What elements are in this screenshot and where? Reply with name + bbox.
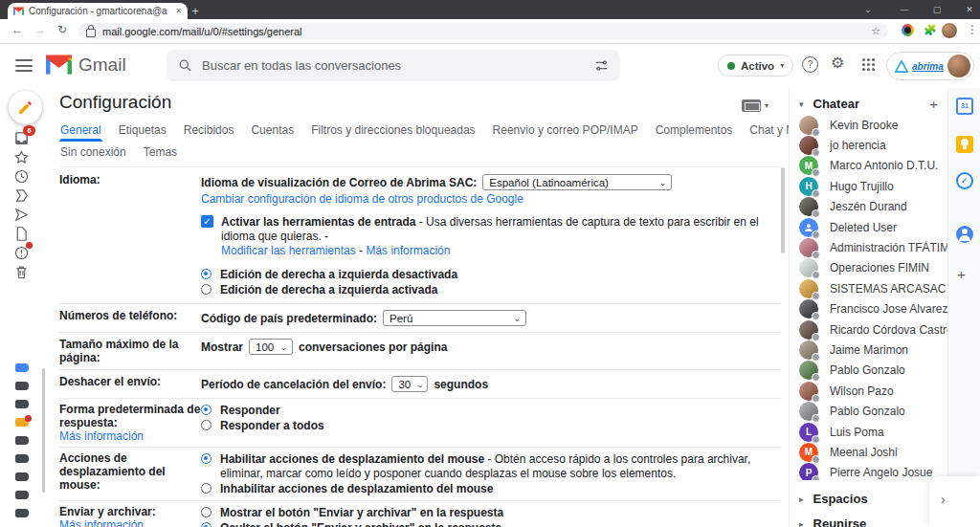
sent-icon[interactable]: [13, 207, 30, 223]
tab-search-icon[interactable]: ⌄: [856, 2, 880, 17]
chat-contact-jaime-marimon[interactable]: Jaime Marimon: [790, 340, 948, 360]
contacts-icon[interactable]: [956, 226, 973, 243]
extensions-puzzle-icon[interactable]: 🧩: [924, 24, 937, 36]
chat-contact-wilson-pazo[interactable]: Wilson Pazo: [790, 381, 948, 401]
chat-contact-luis-poma[interactable]: LLuis Poma: [790, 422, 948, 442]
extension-colorwheel-icon[interactable]: [902, 24, 914, 36]
important-icon[interactable]: [13, 187, 30, 204]
forward-icon[interactable]: →: [34, 23, 46, 36]
reload-icon[interactable]: ↻: [57, 23, 67, 36]
chat-contact-pierre-angelo-josue[interactable]: PPierre Angelo Josue: [790, 463, 948, 480]
edit-tools-link[interactable]: Modificar las herramientas: [221, 244, 356, 257]
label-icon-2[interactable]: [15, 382, 29, 390]
chat-contact-deleted-user[interactable]: Deleted User: [790, 217, 948, 237]
browser-menu-icon[interactable]: ⋮: [967, 23, 978, 36]
send-archive-more-info-link[interactable]: Más información: [59, 518, 144, 527]
chat-contact-francisco-jose-alvarez[interactable]: Francisco Jose Alvarez...: [790, 299, 948, 319]
new-tab-button[interactable]: +: [188, 4, 203, 19]
new-chat-button[interactable]: +: [929, 96, 938, 112]
search-bar[interactable]: Buscar en todas las conversaciones: [167, 50, 620, 81]
meet-caret-icon[interactable]: ▸: [799, 519, 804, 527]
calendar-icon[interactable]: 31: [956, 98, 973, 115]
main-scrollbar[interactable]: [781, 167, 785, 253]
label-icon-6[interactable]: [15, 454, 29, 463]
rtl-on-radio[interactable]: [201, 284, 212, 295]
chat-contact-administraci-n-tf-tim[interactable]: Administración TFÁTIM...: [790, 237, 948, 257]
compose-button[interactable]: [9, 91, 42, 124]
window-minimize-button[interactable]: —: [892, 2, 917, 17]
settings-tab-complementos[interactable]: Complementos: [647, 121, 742, 142]
chat-contact-jo-herencia[interactable]: jo herencia: [790, 135, 948, 155]
undo-send-select[interactable]: 30⌄: [391, 376, 428, 392]
hide-send-archive-radio[interactable]: [201, 522, 212, 527]
language-select[interactable]: Español (Latinoamérica) ⌄: [482, 174, 672, 190]
label-icon-5[interactable]: [15, 436, 29, 445]
input-tools-checkbox[interactable]: ✓: [201, 215, 213, 228]
chat-contact-ricardo-c-rdova-castro[interactable]: Ricardo Córdova Castro: [790, 319, 948, 340]
chat-contact-marco-antonio-d-t-u[interactable]: MMarco Antonio D.T.U.: [790, 156, 948, 176]
settings-tab-etiquetas[interactable]: Etiquetas: [110, 121, 175, 142]
settings-tab-sin-conexi-n[interactable]: Sin conexión: [52, 143, 135, 164]
window-close-button[interactable]: ✕: [957, 2, 980, 17]
account-avatar[interactable]: [947, 55, 970, 77]
bookmark-star-icon[interactable]: ☆: [871, 25, 880, 37]
keep-icon[interactable]: [956, 136, 973, 153]
chat-contact-sistemas-arcasac[interactable]: SISTEMAS ARCASAC: [790, 278, 948, 298]
help-icon[interactable]: ?: [802, 56, 818, 73]
chat-contact-operaciones-fimin[interactable]: Operaciones FIMIN: [790, 258, 948, 278]
settings-gear-icon[interactable]: ⚙: [831, 54, 844, 72]
window-maximize-button[interactable]: ▢: [924, 2, 949, 17]
spam-icon[interactable]: [13, 245, 30, 261]
reply-more-info-link[interactable]: Más información: [59, 429, 144, 443]
tools-more-info-link[interactable]: Más información: [366, 244, 450, 257]
settings-tab-temas[interactable]: Temas: [135, 143, 186, 164]
leftnav-scrollbar[interactable]: [42, 368, 45, 493]
tasks-icon[interactable]: ✓: [956, 172, 973, 189]
chat-header[interactable]: ▾ Chatear +: [790, 88, 947, 118]
tab-close-icon[interactable]: ✕: [175, 8, 182, 15]
chat-status-selector[interactable]: Activo ▾: [718, 55, 793, 77]
hamburger-menu-icon[interactable]: [15, 59, 33, 72]
settings-tab-recibidos[interactable]: Recibidos: [175, 121, 243, 142]
rtl-off-radio[interactable]: [201, 269, 212, 279]
settings-tab-general[interactable]: General: [52, 121, 110, 142]
chat-contact-hugo-trujillo[interactable]: HHugo Trujillo: [790, 176, 948, 196]
settings-tab-filtros-y-direcciones-bloqueadas[interactable]: Filtros y direcciones bloqueadas: [302, 121, 483, 142]
hover-enable-radio[interactable]: [201, 453, 212, 464]
spaces-caret-icon[interactable]: ▸: [799, 494, 804, 504]
label-icon-9[interactable]: [15, 509, 29, 517]
chat-contact-pablo-gonzalo[interactable]: Pablo Gonzalo: [790, 401, 948, 421]
snoozed-icon[interactable]: [13, 168, 30, 185]
chat-contact-meenal-joshi[interactable]: MMeenal Joshi: [790, 442, 948, 462]
chat-collapse-caret-icon[interactable]: ▾: [799, 99, 804, 109]
change-language-link[interactable]: Cambiar configuración de idioma de otros…: [201, 192, 523, 206]
country-code-select[interactable]: Perú⌄: [383, 310, 526, 326]
label-icon-1[interactable]: [15, 363, 29, 372]
reply-all-radio[interactable]: [201, 420, 212, 430]
chat-contact-pablo-gonzalo[interactable]: Pablo Gonzalo: [790, 361, 948, 381]
settings-tab-cuentas[interactable]: Cuentas: [242, 121, 302, 142]
show-send-archive-radio[interactable]: [201, 507, 212, 517]
search-filter-icon[interactable]: [594, 58, 609, 73]
label-icon-8[interactable]: [15, 491, 29, 499]
workspace-brand-pill[interactable]: abrima: [886, 52, 974, 80]
browser-tab[interactable]: Configuración - gmarticorena@a ✕: [8, 3, 188, 19]
label-icon-7[interactable]: [15, 472, 29, 481]
get-addons-button[interactable]: +: [957, 266, 966, 282]
trash-icon[interactable]: [13, 264, 30, 280]
chat-contact-kevin-brooke[interactable]: Kevin Brooke: [790, 115, 948, 135]
search-input[interactable]: Buscar en todas las conversaciones: [202, 58, 585, 73]
page-size-select[interactable]: 100⌄: [249, 339, 293, 355]
inbox-icon[interactable]: 6: [13, 130, 30, 146]
settings-tab-reenvio-y-correo-pop-imap[interactable]: Reenvio y correo POP/IMAP: [484, 121, 647, 142]
label-icon-3[interactable]: [15, 400, 29, 408]
back-icon[interactable]: ←: [11, 23, 23, 36]
reply-radio[interactable]: [201, 405, 212, 415]
google-apps-grid-icon[interactable]: [862, 58, 865, 61]
browser-profile-avatar[interactable]: [942, 23, 957, 38]
address-bar[interactable]: mail.google.com/mail/u/0/#settings/gener…: [78, 23, 888, 39]
starred-icon[interactable]: [13, 149, 30, 165]
label-icon-4[interactable]: [15, 418, 29, 427]
input-tools-indicator[interactable]: ▾: [742, 99, 768, 112]
drafts-icon[interactable]: [13, 226, 30, 242]
